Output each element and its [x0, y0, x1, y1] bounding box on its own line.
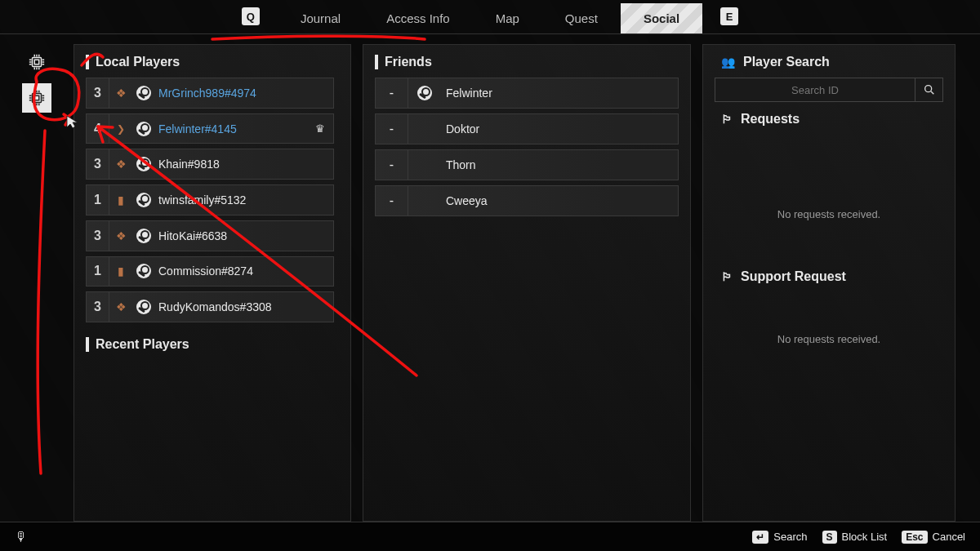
hint-label: Search [773, 531, 807, 543]
hint-cancel: Esc Cancel [902, 531, 965, 544]
rank-icon: ❖ [109, 229, 132, 242]
friends-header-label: Friends [385, 55, 432, 69]
party-size: 3 [87, 149, 109, 179]
steam-icon [132, 229, 155, 243]
flag-icon: 🏳 [721, 270, 733, 283]
local-player-row[interactable]: 3 ❖ RudyKomandos#3308 [86, 291, 334, 322]
friend-status: - [376, 186, 408, 216]
player-search-icon: 👥 [721, 56, 735, 69]
party-size: 3 [87, 221, 109, 251]
svg-rect-0 [33, 58, 42, 67]
friend-status: - [376, 150, 408, 180]
requests-header-label: Requests [741, 112, 800, 127]
steam-icon [132, 264, 155, 278]
recent-players-header-label: Recent Players [96, 337, 189, 352]
player-name: Khain#9818 [155, 158, 333, 171]
local-player-row[interactable]: 3 ❖ Khain#9818 [86, 149, 334, 180]
chip-button-2[interactable] [24, 85, 50, 111]
local-players-list: 3 ❖ MrGrinch989#4974 4 ❯ Felwinter#4145 … [86, 78, 339, 322]
panel-player-search: 👥 Player Search 🏳 Requests No requests r… [702, 44, 956, 522]
player-search-header-label: Player Search [743, 55, 830, 69]
friends-header: Friends [375, 55, 679, 69]
tab-access-info[interactable]: Access Info [363, 3, 473, 33]
local-player-row[interactable]: 1 ▮ Commission#8274 [86, 256, 334, 287]
svg-rect-2 [33, 94, 42, 103]
hint-block-list: S Block List [822, 531, 888, 544]
support-empty-text: No requests received. [715, 333, 943, 345]
local-player-row[interactable]: 4 ❯ Felwinter#4145 ♛ [86, 113, 334, 144]
panel-container: Local Players 3 ❖ MrGrinch989#4974 4 ❯ F… [74, 44, 980, 522]
panel-local-players: Local Players 3 ❖ MrGrinch989#4974 4 ❯ F… [74, 44, 351, 522]
friend-status: - [376, 114, 408, 144]
steam-icon [132, 122, 155, 136]
tab-key-right: E [720, 7, 738, 25]
recent-players-header: Recent Players [86, 337, 339, 352]
support-area: No requests received. [715, 292, 943, 345]
rank-icon: ▮ [109, 264, 132, 278]
bottom-bar: 🎙 ↵ Search S Block List Esc Cancel [0, 522, 980, 551]
rank-icon: ❖ [109, 87, 132, 100]
player-name: Commission#8274 [155, 264, 333, 278]
recent-players-list [86, 360, 339, 511]
party-size: 3 [87, 78, 109, 108]
chip-button-1[interactable] [24, 49, 50, 75]
player-name: HitoKai#6638 [155, 229, 333, 242]
friend-name: Cweeya [441, 194, 678, 207]
support-request-header-label: Support Request [741, 269, 846, 284]
local-player-row[interactable]: 1 ▮ twinsfamily#5132 [86, 184, 334, 216]
left-sidebar [0, 44, 74, 522]
player-name: Felwinter#4145 [155, 122, 315, 136]
svg-rect-1 [34, 60, 39, 64]
flag-icon: 🏳 [721, 113, 733, 126]
search-button[interactable] [915, 78, 943, 102]
main-area: Local Players 3 ❖ MrGrinch989#4974 4 ❯ F… [0, 34, 980, 522]
hint-label: Cancel [933, 531, 965, 543]
friend-name: Felwinter [441, 87, 678, 100]
mic-icon[interactable]: 🎙 [15, 530, 28, 544]
local-player-row[interactable]: 3 ❖ MrGrinch989#4974 [86, 78, 334, 109]
rank-icon: ❖ [109, 158, 132, 171]
support-request-header: 🏳 Support Request [715, 269, 943, 284]
tab-quest[interactable]: Quest [542, 3, 621, 33]
tab-journal[interactable]: Journal [278, 3, 363, 33]
hint-label: Block List [842, 531, 888, 543]
party-size: 1 [87, 185, 109, 215]
requests-empty-text: No requests received. [715, 208, 943, 220]
local-players-header-label: Local Players [96, 55, 180, 69]
friend-row[interactable]: - Thorn [375, 149, 679, 180]
key-s-icon: S [822, 531, 837, 544]
steam-icon [132, 193, 155, 207]
friend-row[interactable]: - Doktor [375, 113, 679, 144]
friend-row[interactable]: - Felwinter [375, 78, 679, 109]
friend-status: - [376, 78, 408, 108]
svg-rect-3 [34, 96, 39, 100]
search-id-input[interactable] [715, 78, 915, 102]
requests-area: No requests received. [715, 135, 943, 220]
top-tab-bar: Q Journal Access Info Map Quest Social E [0, 0, 980, 34]
party-size: 3 [87, 292, 109, 322]
party-size: 4 [87, 114, 109, 144]
local-players-header: Local Players [86, 55, 339, 69]
tab-key-left: Q [242, 7, 260, 25]
steam-icon [132, 300, 155, 314]
key-esc-icon: Esc [902, 531, 927, 544]
panel-friends: Friends - Felwinter - Doktor - Thorn [363, 44, 691, 522]
key-enter-icon: ↵ [752, 531, 768, 544]
friend-name: Thorn [441, 158, 678, 171]
chip-icon [28, 53, 46, 71]
steam-icon [408, 86, 441, 100]
tab-social[interactable]: Social [621, 3, 702, 33]
chevron-down-icon: ❯ [109, 123, 132, 135]
player-search-header: 👥 Player Search [715, 55, 943, 69]
svg-point-4 [924, 86, 931, 92]
local-player-row[interactable]: 3 ❖ HitoKai#6638 [86, 220, 334, 251]
friend-name: Doktor [441, 122, 678, 136]
tab-map[interactable]: Map [473, 3, 542, 33]
party-size: 1 [87, 257, 109, 287]
hint-search: ↵ Search [752, 531, 807, 544]
rank-icon: ▮ [109, 193, 132, 207]
player-name: RudyKomandos#3308 [155, 300, 333, 313]
search-icon [923, 83, 936, 96]
rank-icon: ❖ [109, 300, 132, 313]
friend-row[interactable]: - Cweeya [375, 185, 679, 216]
